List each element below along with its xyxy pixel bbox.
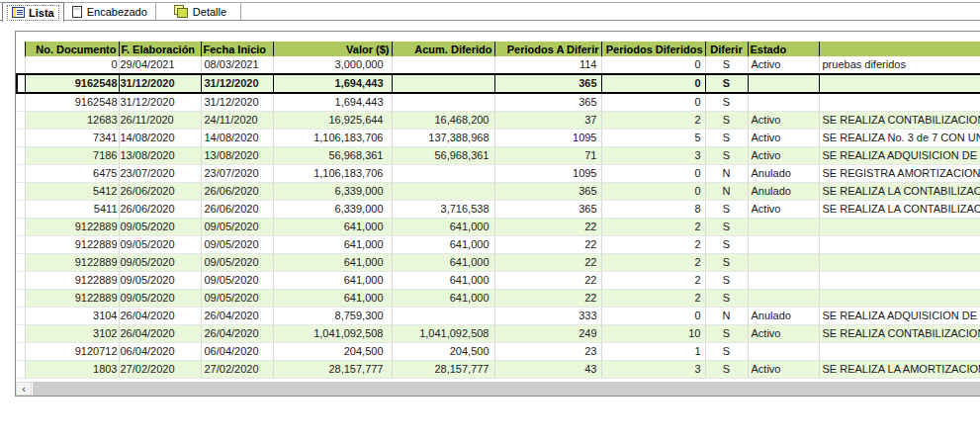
tab-encabezado[interactable]: Encabezado (64, 3, 156, 20)
tabs-row: Lista Encabezado Detalle (2, 3, 241, 20)
column-header-diferir[interactable]: Diferir (705, 42, 748, 56)
table-row[interactable]: 718613/08/202013/08/202056,968,36156,968… (17, 147, 980, 165)
table-row[interactable]: 310426/04/202026/04/20208,759,3003330NAn… (17, 308, 980, 325)
table-row[interactable]: 912288909/05/202009/05/2020641,000641,00… (17, 272, 980, 290)
column-header-fecha_inicio[interactable]: Fecha Inicio (201, 42, 273, 56)
table-row[interactable]: 912288909/05/202009/05/2020641,000641,00… (17, 236, 980, 254)
cell-estado: Activo (748, 361, 819, 379)
cell-diferir: S (705, 272, 748, 290)
horizontal-scrollbar[interactable]: ‹ (16, 382, 980, 396)
cell-fecha_inicio: 26/04/2020 (201, 325, 273, 343)
cell-no_documento: 5412 (25, 183, 119, 201)
cell-diferir: S (705, 56, 748, 74)
cell-periodos_a_diferir: 43 (494, 361, 601, 379)
cell-estado: Activo (748, 130, 819, 147)
cell-periodos_a_diferir: 1095 (494, 130, 601, 147)
cell-fecha_inicio: 09/05/2020 (201, 254, 273, 272)
cell-periodos_a_diferir: 365 (494, 93, 601, 112)
table-row[interactable]: 541126/06/202026/06/20206,339,0003,716,5… (17, 201, 980, 219)
tab-lista[interactable]: Lista (2, 2, 64, 22)
cell-valor: 641,000 (273, 236, 392, 254)
column-header-periodos_a_diferir[interactable]: Periodos A Diferir (494, 42, 601, 56)
column-header-observaciones[interactable] (819, 42, 980, 56)
cell-diferir: S (705, 130, 748, 147)
cell-periodos_a_diferir: 333 (494, 308, 601, 325)
cell-observaciones: SE REALIZA LA CONTABILIZACIO (819, 183, 980, 201)
tab-label-detalle: Detalle (193, 6, 226, 18)
cell-fecha_inicio: 09/05/2020 (201, 272, 273, 290)
row-indicator (17, 219, 25, 236)
cell-f_elaboracion: 26/04/2020 (119, 308, 201, 325)
table-row[interactable]: 734114/08/202014/08/20201,106,183,706137… (17, 130, 980, 147)
column-header-valor[interactable]: Valor ($) (273, 42, 392, 56)
cell-periodos_diferidos: 0 (601, 183, 705, 201)
tab-content: Detalle (174, 5, 226, 18)
table-row[interactable]: 916254831/12/202031/12/20201,694,4433650… (17, 93, 980, 112)
cell-fecha_inicio: 24/11/2020 (201, 112, 273, 130)
cell-observaciones (819, 290, 980, 308)
cell-f_elaboracion: 26/04/2020 (119, 325, 201, 343)
row-indicator (17, 93, 25, 112)
cell-f_elaboracion: 29/04/2021 (119, 56, 201, 74)
cell-observaciones: SE REALIZA CONTABILIZACION (819, 112, 980, 130)
cell-fecha_inicio: 26/04/2020 (201, 308, 273, 325)
cell-periodos_diferidos: 1 (601, 343, 705, 361)
cell-periodos_diferidos: 2 (601, 112, 705, 130)
cell-observaciones (819, 343, 980, 361)
cell-periodos_diferidos: 2 (601, 219, 705, 236)
list-icon (12, 7, 25, 18)
cell-periodos_diferidos: 0 (601, 74, 705, 93)
table-row[interactable]: 912288909/05/202009/05/2020641,000641,00… (17, 219, 980, 236)
column-header-f_elaboracion[interactable]: F. Elaboración (119, 42, 201, 56)
table-row[interactable]: 180327/02/202027/02/202028,157,77728,157… (17, 361, 980, 379)
cell-observaciones (819, 93, 980, 112)
table-row[interactable]: 912288909/05/202009/05/2020641,000641,00… (17, 254, 980, 272)
column-header-acum_diferido[interactable]: Acum. Diferido (392, 42, 494, 56)
cell-periodos_diferidos: 0 (601, 93, 705, 112)
cell-periodos_a_diferir: 22 (494, 254, 601, 272)
cell-observaciones (819, 254, 980, 272)
column-header-no_documento[interactable]: No. Documento (25, 42, 119, 56)
cell-periodos_a_diferir: 22 (494, 272, 601, 290)
table-row[interactable]: 647523/07/202023/07/20201,106,183,706109… (17, 165, 980, 183)
cell-diferir: N (705, 308, 748, 325)
scroll-left-button[interactable]: ‹ (16, 382, 32, 396)
cell-estado: Activo (748, 201, 819, 219)
tab-detalle[interactable]: Detalle (156, 3, 241, 20)
tab-label-encabezado: Encabezado (87, 6, 147, 18)
column-header-estado[interactable]: Estado (748, 42, 819, 56)
cell-fecha_inicio: 27/02/2020 (201, 361, 273, 379)
table-row[interactable]: 916254831/12/202031/12/20201,694,4433650… (17, 74, 980, 93)
table-row[interactable]: 029/04/202108/03/20213,000,0001140SActiv… (17, 56, 980, 74)
cell-acum_diferido: 641,000 (392, 290, 494, 308)
cell-valor: 16,925,644 (273, 112, 392, 130)
table-row[interactable]: 310226/04/202026/04/20201,041,092,5081,0… (17, 325, 980, 343)
table-row[interactable]: 912071206/04/202006/04/2020204,500204,50… (17, 343, 980, 361)
cell-periodos_a_diferir: 365 (494, 183, 601, 201)
cell-estado (748, 74, 819, 93)
cell-periodos_diferidos: 10 (601, 325, 705, 343)
column-header-periodos_diferidos[interactable]: Periodos Diferidos (601, 42, 705, 56)
cell-periodos_diferidos: 0 (601, 56, 705, 74)
cell-valor: 3,000,000 (273, 56, 392, 74)
cell-periodos_a_diferir: 23 (494, 343, 601, 361)
scrollbar-track[interactable] (33, 382, 980, 396)
table-row[interactable]: 912288909/05/202009/05/2020641,000641,00… (17, 290, 980, 308)
table-row[interactable]: 1268326/11/202024/11/202016,925,64416,46… (17, 112, 980, 130)
cell-valor: 6,339,000 (273, 183, 392, 201)
tab-content: Encabezado (72, 6, 147, 18)
cell-diferir: S (705, 74, 748, 93)
cell-f_elaboracion: 13/08/2020 (119, 147, 201, 165)
cell-f_elaboracion: 23/07/2020 (119, 165, 201, 183)
row-indicator (17, 272, 25, 290)
cell-periodos_diferidos: 2 (601, 272, 705, 290)
cell-observaciones: SE REALIZA ADQUISICION DE S (819, 308, 980, 325)
cell-estado: Activo (748, 112, 819, 130)
documents-table: No. DocumentoF. ElaboraciónFecha InicioV… (16, 42, 980, 379)
cell-acum_diferido (392, 308, 494, 325)
cell-acum_diferido: 641,000 (392, 236, 494, 254)
cell-no_documento: 0 (25, 56, 119, 74)
cell-diferir: S (705, 112, 748, 130)
table-row[interactable]: 541226/06/202026/06/20206,339,0003650NAn… (17, 183, 980, 201)
cell-acum_diferido: 641,000 (392, 272, 494, 290)
